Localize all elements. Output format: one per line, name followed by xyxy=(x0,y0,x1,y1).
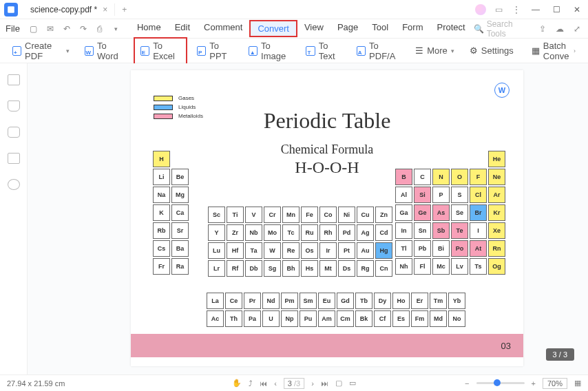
maximize-button[interactable]: ☐ xyxy=(549,5,563,14)
ppt-icon xyxy=(197,46,206,56)
left-sidebar xyxy=(0,63,28,388)
create-pdf-button[interactable]: Create PDF▾ xyxy=(7,39,75,63)
excel-icon xyxy=(140,46,149,56)
cloud-icon[interactable]: ☁ xyxy=(555,23,565,34)
periodic-bottom-block: LaCePrNdPmSmEuGdTbDyHoErTmYbAcThPaUNpPuA… xyxy=(205,291,467,328)
text-icon xyxy=(306,46,315,56)
zoom-level-input[interactable]: 70% xyxy=(543,378,567,389)
kebab-icon[interactable]: ⋮ xyxy=(511,4,522,15)
batch-convert-button[interactable]: ▦Batch Conve› xyxy=(526,39,581,63)
menu-view[interactable]: View xyxy=(297,20,330,37)
periodic-right-block: HeBCNOFNeAlSiPSClArGaGeAsSeBrKrInSnSbTeI… xyxy=(394,149,507,276)
menu-home[interactable]: Home xyxy=(130,20,168,37)
periodic-mid-block: ScTiVCrMnFeCoNiCuZnYZrNbMoTcRuRhPdAgCdLu… xyxy=(207,205,394,278)
hand-tool-icon[interactable]: ✋ xyxy=(232,379,242,388)
view-mode-icon[interactable]: ▦ xyxy=(574,379,581,388)
fit-width-icon[interactable]: ▭ xyxy=(349,379,356,388)
grid-icon: ▦ xyxy=(532,45,540,56)
page-number-label: 03 xyxy=(501,341,511,351)
tab-title: science-copy.pdf * xyxy=(30,5,97,14)
word-icon xyxy=(85,46,94,56)
zoom-slider[interactable] xyxy=(476,382,525,384)
page-dimensions: 27.94 x 21.59 cm xyxy=(7,379,65,388)
to-text-button[interactable]: To Text xyxy=(300,39,346,63)
menu-convert[interactable]: Convert xyxy=(249,20,297,37)
settings-button[interactable]: ⚙Settings xyxy=(464,43,519,58)
expand-icon[interactable]: ⤢ xyxy=(572,23,582,34)
save-icon[interactable]: ▢ xyxy=(28,23,39,34)
attachment-icon[interactable] xyxy=(8,153,20,164)
status-bar: 27.94 x 21.59 cm ✋ ⤴ ⏮ ‹ 3 /3 › ⏭ ▢ ▭ − … xyxy=(0,374,588,391)
account-icon[interactable] xyxy=(475,4,486,15)
menu-file[interactable]: File xyxy=(6,21,27,36)
list-icon: ☰ xyxy=(415,45,423,56)
svg-rect-0 xyxy=(8,6,14,13)
search-placeholder: Search Tools xyxy=(487,19,531,39)
menu-edit[interactable]: Edit xyxy=(168,20,197,37)
zoom-in-button[interactable]: + xyxy=(532,379,536,388)
minimize-button[interactable]: — xyxy=(529,5,543,14)
mail-icon[interactable]: ✉ xyxy=(45,23,56,34)
to-pdfa-button[interactable]: To PDF/A xyxy=(351,39,406,63)
bookmark-icon[interactable] xyxy=(8,101,20,112)
to-image-button[interactable]: To Image xyxy=(243,39,297,63)
search-panel-icon[interactable] xyxy=(8,179,20,190)
fit-page-icon[interactable]: ▢ xyxy=(335,379,342,388)
to-word-button[interactable]: To Word xyxy=(79,39,129,63)
first-page-button[interactable]: ⏮ xyxy=(260,379,267,388)
pdf-page: W GasesLiquidsMetalloids Periodic Table … xyxy=(131,70,523,366)
close-tab-icon[interactable]: × xyxy=(103,5,107,14)
to-excel-button[interactable]: To Excel xyxy=(134,37,187,65)
search-tools-input[interactable]: 🔍 Search Tools xyxy=(474,19,531,39)
thumbnails-icon[interactable] xyxy=(8,74,20,85)
redo-icon[interactable]: ↷ xyxy=(78,23,89,34)
title-bar: science-copy.pdf * × + ▭ ⋮ — ☐ ✕ xyxy=(0,0,588,19)
qat-caret-icon[interactable]: ▾ xyxy=(111,23,122,34)
page-number-input[interactable]: 3 /3 xyxy=(284,378,304,389)
select-tool-icon[interactable]: ⤴ xyxy=(249,379,253,388)
prev-page-button[interactable]: ‹ xyxy=(274,379,277,388)
gear-icon: ⚙ xyxy=(470,45,478,56)
undo-icon[interactable]: ↶ xyxy=(61,23,72,34)
zoom-out-button[interactable]: − xyxy=(465,379,469,388)
to-ppt-button[interactable]: To PPT xyxy=(191,39,239,63)
word-export-badge[interactable]: W xyxy=(494,83,510,98)
convert-toolbar: Create PDF▾ To Word To Excel To PPT To I… xyxy=(0,39,588,63)
document-tab[interactable]: science-copy.pdf * × xyxy=(23,3,115,16)
menu-protect[interactable]: Protect xyxy=(430,20,472,37)
menu-comment[interactable]: Comment xyxy=(197,20,249,37)
last-page-button[interactable]: ⏭ xyxy=(321,379,328,388)
main-workspace: ▸ ◂ W GasesLiquidsMetalloids Periodic Ta… xyxy=(0,63,588,388)
pdfa-icon xyxy=(357,46,366,56)
document-canvas[interactable]: W GasesLiquidsMetalloids Periodic Table … xyxy=(28,63,588,388)
menu-form[interactable]: Form xyxy=(395,20,430,37)
page-indicator-badge: 3 / 3 xyxy=(546,348,574,361)
app-menu-icon[interactable]: ▭ xyxy=(493,4,504,15)
comment-panel-icon[interactable] xyxy=(8,127,20,138)
more-button[interactable]: ☰More▾ xyxy=(410,43,460,58)
app-icon xyxy=(4,3,18,17)
print-icon[interactable]: ⎙ xyxy=(94,23,105,34)
search-icon: 🔍 xyxy=(474,24,484,34)
plus-doc-icon xyxy=(12,46,21,56)
share-icon[interactable]: ⇪ xyxy=(538,23,548,34)
menu-bar: File ▢ ✉ ↶ ↷ ⎙ ▾ HomeEditCommentConvertV… xyxy=(0,19,588,39)
page-footer-strip: 03 xyxy=(131,334,523,357)
menu-page[interactable]: Page xyxy=(330,20,365,37)
next-page-button[interactable]: › xyxy=(311,379,314,388)
image-icon xyxy=(249,46,258,56)
page-title: Periodic Table xyxy=(131,108,523,134)
menu-tool[interactable]: Tool xyxy=(365,20,395,37)
close-window-button[interactable]: ✕ xyxy=(570,5,584,14)
add-tab-button[interactable]: + xyxy=(115,5,134,14)
periodic-left-block: HLiBeNaMgKCaRbSrCsBaFrRa xyxy=(151,149,190,276)
